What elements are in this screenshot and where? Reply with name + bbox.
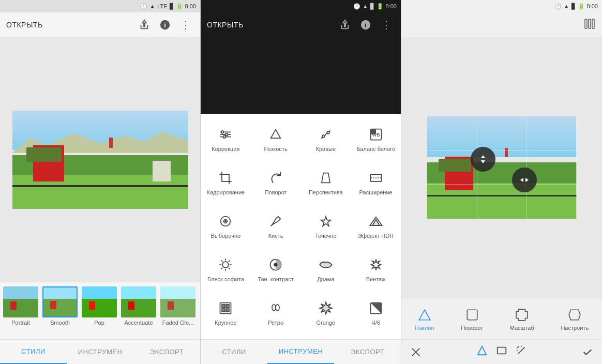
tool-glamour[interactable]: Блеск софита — [201, 248, 251, 292]
svg-text:i: i — [365, 21, 367, 29]
large-icon — [217, 300, 234, 316]
tool-scale[interactable]: Масштаб — [510, 307, 534, 331]
column-icon[interactable] — [583, 18, 596, 33]
svg-point-35 — [274, 263, 278, 267]
tool-white-balance[interactable]: WB Баланс белого — [351, 118, 401, 161]
bottom-bar-3 — [401, 339, 602, 364]
svg-point-11 — [322, 135, 325, 138]
svg-rect-38 — [227, 305, 230, 308]
bw-icon — [368, 300, 384, 316]
wifi-icon-3: ▲ — [564, 3, 569, 9]
app-title-1: ОТКРЫТЬ — [6, 21, 132, 29]
crop-icon — [217, 170, 234, 186]
perspective-icon — [318, 170, 334, 186]
tool-tilt-label: Наклон — [415, 325, 434, 331]
tool-drama[interactable]: Драма — [301, 248, 351, 292]
tool-label-drama: Драма — [317, 276, 334, 283]
svg-line-33 — [221, 268, 222, 269]
customize-icon — [567, 307, 582, 323]
thumb-accentuate[interactable]: Accentuate — [120, 286, 157, 326]
info-icon-2[interactable]: i — [357, 17, 374, 33]
svg-marker-22 — [321, 217, 331, 226]
svg-line-31 — [229, 268, 230, 269]
app-title-2: ОТКРЫТЬ — [207, 21, 333, 29]
svg-line-60 — [519, 353, 520, 354]
tab-tools-1[interactable]: ИНСТРУМЕН — [67, 340, 133, 364]
tool-expand[interactable]: Расширение — [351, 161, 401, 205]
tool-label-brush: Кисть — [268, 233, 283, 239]
panel-tools: 🕐 ▲ 8:00 ▊ 🔋 8:00 ОТКРЫТЬ i ⋮ — [201, 0, 401, 364]
thumb-portrait[interactable]: Portrait — [2, 286, 39, 326]
retro-icon — [267, 300, 284, 316]
share-icon-2[interactable] — [337, 17, 353, 33]
tab-bar-1: СТИЛИ ИНСТРУМЕН ЭКСПОРТ — [0, 339, 200, 364]
tool-grunge[interactable]: Grunge — [301, 292, 351, 335]
glamour-icon — [217, 256, 234, 273]
tab-export-1[interactable]: ЭКСПОРТ — [133, 340, 200, 364]
tool-correction[interactable]: Коррекция — [201, 118, 251, 161]
close-button[interactable] — [408, 344, 424, 360]
svg-text:WB: WB — [372, 132, 380, 138]
wand-button[interactable] — [516, 345, 527, 359]
share-icon[interactable] — [136, 17, 153, 33]
tool-selective[interactable]: Выборочно — [201, 205, 251, 248]
thumb-smooth[interactable]: Smooth — [41, 286, 79, 326]
correction-icon — [217, 126, 234, 143]
tilt-icon — [417, 307, 432, 323]
signal-icon-3: ▊ — [571, 3, 576, 10]
tool-crop[interactable]: Кадрирование — [201, 161, 251, 205]
thumb-faded[interactable]: Faded Glo... — [159, 286, 197, 326]
tab-styles-2[interactable]: СТИЛИ — [201, 340, 267, 364]
svg-rect-47 — [592, 19, 594, 28]
tool-tilt[interactable]: Наклон — [415, 307, 434, 331]
tool-rotation[interactable]: Поворот — [461, 307, 483, 331]
drag-handle-vertical[interactable] — [471, 147, 495, 172]
tool-perspective[interactable]: Перспектива — [301, 161, 351, 205]
tool-label-retro: Ретро — [268, 320, 283, 326]
tool-label-expand: Расширение — [359, 189, 393, 196]
drama-icon — [318, 256, 334, 273]
tonal-icon — [267, 256, 284, 273]
thumb-pop[interactable]: Pop — [81, 286, 118, 326]
tab-export-2[interactable]: ЭКСПОРТ — [334, 340, 401, 364]
confirm-button[interactable] — [579, 344, 596, 360]
svg-line-58 — [523, 348, 524, 349]
perspective-shape-button[interactable] — [496, 345, 507, 359]
rotate-icon — [267, 170, 284, 186]
dark-app-bar: ОТКРЫТЬ i ⋮ — [201, 12, 401, 37]
tool-retro[interactable]: Ретро — [251, 292, 301, 335]
more-icon-2[interactable]: ⋮ — [378, 17, 395, 33]
tool-label-correction: Коррекция — [212, 146, 239, 153]
svg-text:i: i — [164, 21, 166, 29]
tool-bw[interactable]: Ч/6 — [351, 292, 401, 335]
thumb-label-portrait: Portrait — [11, 320, 29, 326]
grunge-icon — [318, 300, 334, 316]
more-icon[interactable]: ⋮ — [177, 17, 194, 33]
tool-tonal[interactable]: Тон. контраст — [251, 248, 301, 292]
tool-customize-label: Настроить — [561, 325, 589, 331]
alarm-icon-3: 🕐 — [554, 3, 562, 10]
tab-styles-1[interactable]: СТИЛИ — [0, 340, 67, 364]
panel-crop: 🕐 ▲ ▊ 🔋 8:00 — [401, 0, 602, 364]
tool-rotate[interactable]: Поворот — [251, 161, 301, 205]
skew-shape-button[interactable] — [476, 345, 488, 359]
info-icon[interactable]: i — [157, 17, 173, 33]
thumb-label-accentuate: Accentuate — [124, 320, 153, 326]
tab-tools-2[interactable]: ИНСТРУМЕН — [267, 340, 334, 364]
svg-point-42 — [276, 305, 279, 311]
tool-hdr[interactable]: Эффект HDR — [351, 205, 401, 248]
tool-label-bw: Ч/6 — [371, 320, 380, 326]
battery-icon: 🔋 — [176, 3, 183, 10]
tool-label-crop: Кадрирование — [207, 189, 245, 196]
tool-brush[interactable]: Кисть — [251, 205, 301, 248]
drag-handle-horizontal[interactable] — [512, 168, 537, 192]
tool-large[interactable]: Крупное — [201, 292, 251, 335]
tool-vintage[interactable]: Винтаж — [351, 248, 401, 292]
tool-label-perspective: Перспектива — [309, 189, 343, 196]
main-image-1 — [0, 37, 200, 282]
tool-customize[interactable]: Настроить — [561, 307, 589, 331]
tool-curves[interactable]: Кривые — [301, 118, 351, 161]
tool-sharpness[interactable]: Резкость — [251, 118, 301, 161]
tool-spot[interactable]: Точечно — [301, 205, 351, 248]
status-bar-2: 🕐 ▲ 8:00 ▊ 🔋 8:00 — [201, 0, 401, 12]
